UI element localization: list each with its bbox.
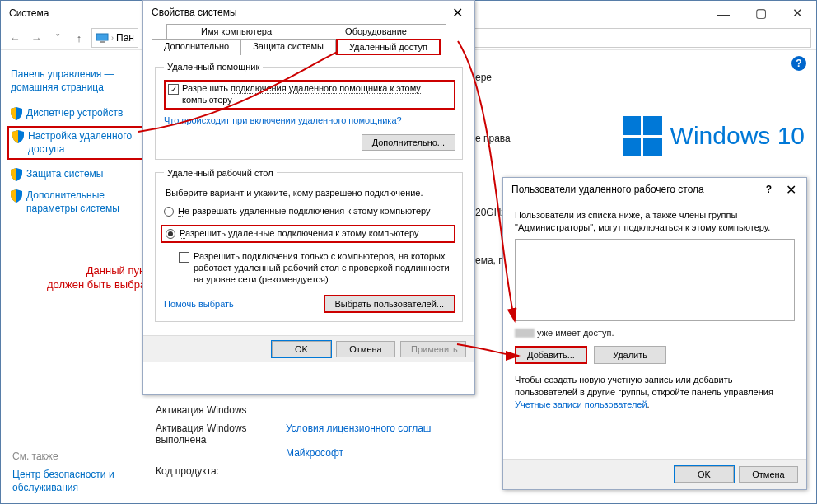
checkbox-icon[interactable]: ✓ <box>168 84 179 95</box>
radio-icon[interactable] <box>164 207 174 217</box>
back-arrow-icon[interactable]: ← <box>6 29 24 47</box>
license-terms-link[interactable]: Условия лицензионного соглаш <box>286 422 431 434</box>
dlg2-buttons: OK Отмена <box>503 459 806 489</box>
activation-section: Активация Windows Активация Windows выпо… <box>156 404 431 483</box>
sidebar-item-device-manager[interactable]: Диспетчер устройств <box>11 107 142 120</box>
sidebar-item-label: Защита системы <box>26 168 103 181</box>
maximize-button[interactable]: ▢ <box>742 1 779 26</box>
ok-button[interactable]: OK <box>675 466 734 483</box>
breadcrumb-text: Пан <box>116 32 134 44</box>
dlg2-titlebar: Пользователи удаленного рабочего стола ?… <box>503 178 806 201</box>
shield-icon <box>11 189 22 203</box>
activation-heading: Активация Windows <box>156 404 431 416</box>
has-access-label: уже имеет доступ. <box>515 328 795 338</box>
minimize-button[interactable]: — <box>705 1 742 26</box>
text-fragment: е права <box>475 133 511 144</box>
sidebar-item-label: Диспетчер устройств <box>26 107 123 120</box>
cancel-button[interactable]: Отмена <box>336 341 395 357</box>
windows10-logo: Windows 10 <box>623 116 805 156</box>
users-listbox[interactable] <box>515 239 795 321</box>
chevron-right-icon: › <box>111 34 114 42</box>
what-happens-link[interactable]: Что происходит при включении удаленного … <box>164 115 402 125</box>
tab-computer-name[interactable]: Имя компьютера <box>166 24 306 40</box>
annotation-text: Данный пункт должен быть выбран! <box>47 264 155 292</box>
sidebar-home[interactable]: Панель управления — домашняя страница <box>11 68 142 94</box>
dlg1-body: Удаленный помощник ✓ Разрешить подключен… <box>143 57 474 335</box>
tab-strip: Имя компьютера Оборудование Дополнительн… <box>150 24 468 57</box>
product-code-label: Код продукта: <box>156 465 286 477</box>
svg-rect-0 <box>96 34 108 40</box>
remote-assistance-group: Удаленный помощник ✓ Разрешить подключен… <box>155 62 463 160</box>
text-fragment: ере <box>475 72 511 83</box>
dlg1-buttons: OK Отмена Применить <box>143 335 474 362</box>
allow-assistance-checkbox-row[interactable]: ✓ Разрешить подключения удаленного помощ… <box>164 80 455 110</box>
radio-label: Разрешить удаленные подключения к этому … <box>180 228 419 240</box>
dlg1-title-text: Свойства системы <box>152 7 237 18</box>
add-button[interactable]: Добавить... <box>515 346 587 364</box>
ok-button[interactable]: OK <box>272 341 331 357</box>
system-properties-dialog: Свойства системы ✕ Имя компьютера Оборуд… <box>142 0 475 395</box>
shield-icon <box>12 130 24 143</box>
group-legend: Удаленный рабочий стол <box>164 168 277 178</box>
radio-allow[interactable]: Разрешить удаленные подключения к этому … <box>161 225 455 243</box>
radio-label: ННе разрешать удаленные подключения к эт… <box>178 206 431 217</box>
windows-icon <box>623 116 662 156</box>
shield-icon <box>11 168 22 181</box>
shield-icon <box>11 107 22 120</box>
checkbox-icon[interactable] <box>179 252 189 263</box>
close-button[interactable]: ✕ <box>445 5 469 21</box>
tab-protection[interactable]: Защита системы <box>241 39 336 55</box>
blurred-username <box>515 329 535 338</box>
sidebar-item-remote[interactable]: Настройка удаленного доступа <box>7 126 146 160</box>
radio-icon[interactable] <box>166 229 175 239</box>
dropdown-history-icon[interactable]: ˅ <box>49 29 67 47</box>
window-controls: — ▢ ✕ <box>705 1 816 26</box>
sidebar-item-label: Настройка удаленного доступа <box>28 130 141 156</box>
apply-button[interactable]: Применить <box>400 341 466 357</box>
close-button[interactable]: ✕ <box>779 1 816 26</box>
main-title: Система <box>9 7 49 19</box>
activation-status-label: Активация Windows выполнена <box>156 422 286 446</box>
tab-hardware[interactable]: Оборудование <box>306 24 446 40</box>
advanced-button[interactable]: Дополнительно... <box>362 134 455 151</box>
remote-desktop-group: Удаленный рабочий стол Выберите вариант … <box>155 168 463 323</box>
help-button[interactable]: ? <box>766 184 772 195</box>
rdp-description: Выберите вариант и укажите, кому разреше… <box>166 188 455 198</box>
sidebar-item-label: Дополнительные параметры системы <box>26 189 142 215</box>
radio-deny[interactable]: ННе разрешать удаленные подключения к эт… <box>164 206 455 217</box>
tab-advanced[interactable]: Дополнительно <box>152 39 241 55</box>
microsoft-link[interactable]: Майкрософт <box>286 447 343 459</box>
checkbox-label: Разрешить подключения только с компьютер… <box>194 251 455 285</box>
up-arrow-icon[interactable]: ↑ <box>70 29 88 47</box>
windows10-text: Windows 10 <box>670 122 805 150</box>
remove-button[interactable]: Удалить <box>594 346 666 364</box>
annotation-line: Данный пункт <box>47 264 155 278</box>
sidebar-item-protection[interactable]: Защита системы <box>11 168 142 181</box>
checkbox-label: Разрешить подключения удаленного помощни… <box>182 83 421 106</box>
nla-checkbox-row[interactable]: Разрешить подключения только с компьютер… <box>179 251 455 285</box>
annotation-line: должен быть выбран! <box>47 278 155 292</box>
sidebar: Панель управления — домашняя страница Ди… <box>11 68 142 224</box>
forward-arrow-icon[interactable]: → <box>27 29 45 47</box>
remote-users-dialog: Пользователи удаленного рабочего стола ?… <box>502 177 807 490</box>
monitor-icon <box>96 33 109 43</box>
svg-rect-1 <box>100 41 105 43</box>
dlg2-note: Чтобы создать новую учетную запись или д… <box>515 374 795 411</box>
close-button[interactable]: ✕ <box>778 182 803 198</box>
help-icon[interactable]: ? <box>791 56 806 71</box>
dlg1-titlebar: Свойства системы ✕ <box>143 1 474 24</box>
tab-remote[interactable]: Удаленный доступ <box>336 39 441 55</box>
dlg2-title-text: Пользователи удаленного рабочего стола <box>511 184 704 195</box>
help-choose-link[interactable]: Помочь выбрать <box>164 299 234 309</box>
select-users-button[interactable]: Выбрать пользователей... <box>324 295 456 313</box>
see-also-label: См. также <box>12 450 58 462</box>
dlg2-body: Пользователи из списка ниже, а также чле… <box>503 201 806 419</box>
cancel-button[interactable]: Отмена <box>739 466 798 483</box>
group-legend: Удаленный помощник <box>164 62 263 72</box>
dlg2-intro: Пользователи из списка ниже, а также чле… <box>515 209 795 234</box>
sidebar-item-advanced[interactable]: Дополнительные параметры системы <box>11 189 142 215</box>
security-center-link[interactable]: Центр безопасности и обслуживания <box>12 469 136 494</box>
user-accounts-link[interactable]: Учетные записи пользователей <box>515 399 647 409</box>
activation-terms: Условия лицензионного соглаш <box>286 422 431 446</box>
breadcrumb[interactable]: › Пан <box>91 28 138 48</box>
